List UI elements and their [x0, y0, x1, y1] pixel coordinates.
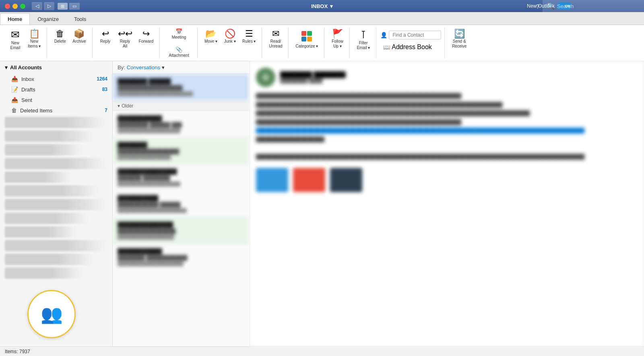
collapse-icon: ▾ — [5, 64, 8, 70]
email-attachments — [256, 168, 638, 192]
new-items-icon: 📋 — [29, 29, 40, 38]
junk-button[interactable]: 🚫 Junk ▾ — [221, 27, 239, 56]
find-contact-icon: 👤 — [380, 32, 387, 38]
categorize-button[interactable]: Categorize ▾ — [293, 27, 321, 56]
inbox-label: Inbox — [21, 76, 34, 82]
archive-button[interactable]: 📦 Archive — [70, 27, 89, 56]
email-item-1[interactable]: ████████ ██████████████████ ████████████… — [113, 138, 249, 164]
toggle-view-2[interactable]: ▭ — [69, 3, 80, 10]
reply-button[interactable]: ↩ Reply — [97, 27, 114, 56]
nav-buttons[interactable]: ◁ ▷ — [32, 2, 54, 10]
email-item-4[interactable]: ███████████████ █████████████████ ██████… — [113, 217, 249, 244]
move-buttons: 📂 Move ▾ 🚫 Junk ▾ ☰ Rules ▾ — [202, 27, 259, 58]
preview-sender: ████████ ████████ — [280, 71, 346, 78]
people-circle-button[interactable]: 👥 — [27, 290, 76, 338]
attachment-button[interactable]: 📎 Attachment — [166, 45, 192, 59]
new-email-button[interactable]: ✉ NewEmail — [6, 27, 24, 56]
sidebar-blurred-3 — [5, 144, 83, 155]
window-title: INBOX ▾ — [311, 3, 333, 9]
email-list: By: Conversations ▾ ████████ ██████ ████… — [113, 61, 250, 346]
tab-organize[interactable]: Organize — [30, 13, 66, 25]
email-preview-3: ████████████████████ — [118, 182, 244, 186]
follow-up-button[interactable]: 🚩 FollowUp ▾ — [328, 27, 346, 56]
archive-label: Archive — [72, 39, 86, 44]
email-item-2[interactable]: ████████████████ ███████ ████████ ██████… — [113, 164, 249, 191]
junk-label: Junk ▾ — [224, 39, 236, 44]
sidebar-item-sent[interactable]: 📤 Sent — [0, 95, 112, 105]
new-items-button[interactable]: 📋 NewItems ▾ — [25, 27, 43, 56]
email-sender-4: ███████████ — [118, 195, 244, 201]
all-accounts-header[interactable]: ▾ All Accounts — [0, 61, 112, 74]
back-button[interactable]: ◁ — [32, 2, 42, 10]
ribbon: ✉ NewEmail 📋 NewItems ▾ 🗑 Delete 📦 Archi… — [0, 25, 644, 61]
delete-icon: 🗑 — [56, 29, 64, 38]
tab-home[interactable]: Home — [0, 13, 30, 25]
delete-label: Delete — [54, 39, 66, 44]
email-item-3[interactable]: ███████████ ████████████ ██████ ████████… — [113, 191, 249, 217]
reply-all-label: ReplyAll — [120, 39, 130, 49]
forward-icon: ↪ — [142, 29, 150, 38]
search-input[interactable] — [557, 3, 640, 9]
email-meta: ████████ ████████ ████████ ████ — [280, 71, 346, 83]
sort-conversations-button[interactable]: Conversations — [127, 64, 160, 70]
sent-label: Sent — [21, 97, 32, 103]
email-preview-5: ██████████████████ — [118, 235, 244, 240]
reply-all-button[interactable]: ↩↩ ReplyAll — [115, 27, 135, 56]
drafts-label: Drafts — [21, 87, 35, 93]
move-button[interactable]: 📂 Move ▾ — [202, 27, 220, 56]
read-unread-button[interactable]: ✉ Read/Unread — [266, 27, 285, 56]
address-book-button[interactable]: 📖 Address Book — [380, 42, 435, 52]
sender-avatar: G — [256, 68, 275, 87]
maximize-button[interactable] — [20, 4, 25, 9]
filter-email-button[interactable]: ⊺ FilterEmail ▾ — [354, 27, 373, 56]
email-subject-1: █████████ ██████ ███ — [118, 122, 244, 128]
sidebar-item-drafts[interactable]: 📝 Drafts 83 — [0, 84, 112, 95]
send-receive-button[interactable]: 🔄 Send &Receive — [449, 27, 470, 56]
email-item-selected[interactable]: ████████ ██████ ███████████████████ ████… — [113, 74, 249, 101]
ribbon-group-filter: ⊺ FilterEmail ▾ — [351, 27, 376, 58]
email-item-5[interactable]: ████████████ ████████ ████████████ █████… — [113, 244, 249, 271]
tab-bar: Home Organize Tools — [0, 12, 644, 25]
email-header-preview: G ████████ ████████ ████████ ████ — [256, 68, 638, 87]
attachment-1 — [256, 168, 288, 192]
help-button[interactable]: ? — [536, 3, 539, 10]
view-toggle[interactable]: ⊞ ▭ — [58, 3, 80, 10]
filter-email-label: FilterEmail ▾ — [357, 41, 370, 50]
rules-icon: ☰ — [245, 29, 253, 38]
new-email-icon: ✉ — [11, 29, 20, 40]
close-button[interactable] — [5, 4, 10, 9]
sent-icon: 📤 — [11, 97, 18, 103]
email-subject-5: █████████████████ — [118, 228, 244, 234]
sidebar-item-inbox[interactable]: 📥 Inbox 1264 — [0, 74, 112, 84]
email-preview-0: ████████████████████████ — [118, 91, 244, 96]
older-section[interactable]: ▾ Older — [113, 101, 249, 111]
meeting-button[interactable]: 📅 Meeting — [169, 27, 189, 41]
email-subject-6: ████████ ████████████ — [118, 255, 244, 261]
address-book-label: Address Book — [392, 43, 432, 51]
find-contact-row: 👤 — [380, 31, 441, 39]
sort-arrow-icon[interactable]: ▾ — [162, 64, 165, 70]
rules-button[interactable]: ☰ Rules ▾ — [239, 27, 258, 56]
categorize-label: Categorize ▾ — [295, 44, 318, 49]
sidebar-blurred-9 — [5, 226, 78, 238]
email-item-0[interactable]: ████████████ █████████ ██████ ███ ██████… — [113, 111, 249, 138]
sidebar-blurred-6 — [5, 185, 100, 197]
tab-tools[interactable]: Tools — [66, 13, 94, 25]
read-unread-icon: ✉ — [272, 29, 279, 38]
toggle-view-1[interactable]: ⊞ — [58, 3, 68, 10]
email-sender-2: ████████ — [118, 142, 244, 148]
email-preview-4: ██████████████████████ — [118, 208, 244, 213]
titlebar: ◁ ▷ ⊞ ▭ INBOX ▾ New Outlook ? 🔍 — [0, 0, 644, 12]
find-contact-input[interactable] — [389, 31, 441, 39]
sidebar-item-deleted[interactable]: 🗑 Deleted Items 7 — [0, 105, 112, 116]
minimize-button[interactable] — [12, 4, 18, 9]
forward-button[interactable]: ↪ Forward — [136, 27, 157, 56]
window-controls[interactable] — [5, 4, 25, 9]
sort-by-label: By: — [118, 64, 125, 70]
delete-button[interactable]: 🗑 Delete — [51, 27, 69, 56]
rules-label: Rules ▾ — [242, 39, 256, 44]
forward-button[interactable]: ▷ — [44, 2, 54, 10]
search-box[interactable]: 🔍 — [543, 0, 644, 12]
attachment-label: Attachment — [169, 53, 189, 58]
email-sender-3: ████████████████ — [118, 168, 244, 174]
